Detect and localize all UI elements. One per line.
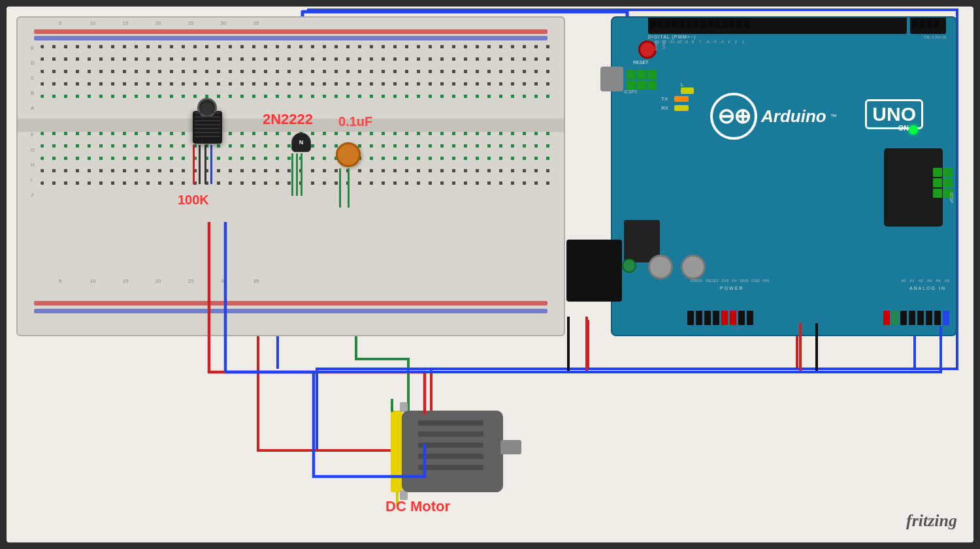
on-label: ON (898, 124, 909, 132)
reset-label: RESET (633, 60, 648, 65)
gnd-label: GND (661, 40, 668, 49)
led-l-label: L (681, 82, 683, 87)
transistor-2n2222: N (291, 133, 311, 196)
icsp2-connector (627, 70, 657, 89)
power-connector (687, 311, 753, 325)
capacitor-label: 0.1uF (338, 114, 372, 129)
led-tx (674, 96, 689, 102)
digital-pin-header (648, 18, 907, 34)
rail-bottom-red (34, 301, 547, 306)
icsp2-label: ICSP2 (624, 89, 637, 94)
led-on (909, 125, 918, 134)
potentiometer (193, 111, 222, 184)
txrx-pin-header (910, 18, 946, 34)
breadboard-col-numbers-top: 5 10 15 20 25 30 35 (44, 20, 547, 26)
led-rx (674, 105, 689, 111)
rail-top-red (34, 29, 547, 34)
rail-bottom-blue (34, 309, 547, 313)
main-canvas: 5 10 15 20 25 30 35 E D C B A (0, 0, 980, 549)
transistor-label: 2N2222 (263, 111, 313, 128)
aref-label: AREF (653, 40, 660, 51)
analog-pin-labels: A0 A1 A2 A3 A4 A5 (901, 279, 949, 283)
breadboard-top-rows: E D C B A (41, 45, 551, 107)
arduino-uno-label: UNO (865, 99, 923, 129)
power-indicator (622, 259, 636, 273)
icsp-right-label: ICSP (949, 193, 954, 203)
dc-jack (566, 240, 622, 302)
arduino-caps (648, 255, 706, 279)
pin-numbers: ~ 13 12 ~11 ~10 ~9 8 7 ~6 ~5 ~4 3 2 1 (646, 40, 907, 44)
arduino-logo: ⊖⊕ Arduino ™ (710, 93, 837, 140)
breadboard-col-numbers-bottom: 5 10 15 20 25 30 35 (44, 278, 547, 284)
arduino-brand: Arduino (761, 106, 826, 127)
motor-label: DC Motor (385, 498, 450, 515)
analog-in-label: ANALOG IN (909, 286, 946, 290)
led-l (681, 87, 694, 94)
capacitor-01uf (336, 142, 361, 208)
analog-connector (883, 311, 949, 325)
digital-pwm-label: DIGITAL (PWM=~) (648, 35, 696, 39)
potentiometer-label: 100K (178, 193, 209, 208)
usb-connector (600, 67, 623, 91)
diagram-area: 5 10 15 20 25 30 35 E D C B A (7, 7, 973, 542)
arduino-uno: DIGITAL (PWM=~) ~ 13 12 ~11 ~10 ~9 8 7 ~… (611, 16, 957, 336)
rail-top-blue (34, 36, 547, 40)
dc-motor: DC Motor (366, 399, 516, 510)
fritzing-watermark: fritzing (906, 511, 957, 531)
rx-label: RX (661, 105, 668, 111)
power-label: POWER (720, 286, 743, 290)
power-pin-labels: IOREF RESET 3V3 5V GND GND VIN (691, 279, 769, 283)
txrx-label: TX▷1 RX◁0 (924, 35, 946, 39)
tx-label: TX (661, 96, 668, 102)
breadboard: 5 10 15 20 25 30 35 E D C B A (16, 16, 565, 336)
